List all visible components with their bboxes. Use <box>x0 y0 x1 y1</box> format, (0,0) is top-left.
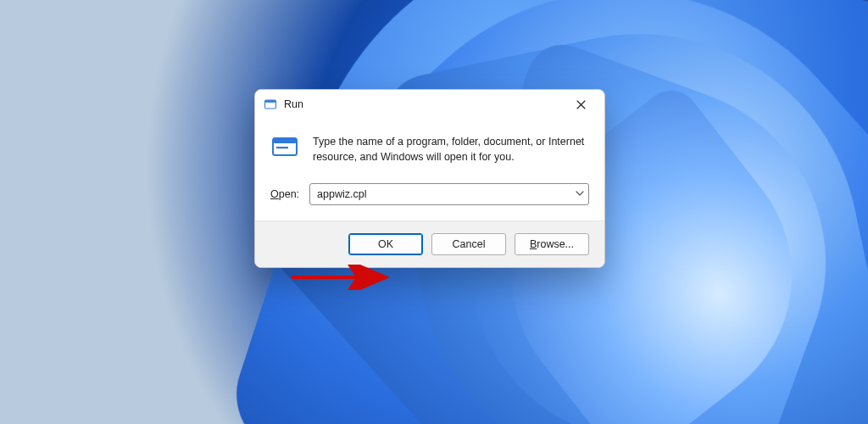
svg-rect-4 <box>276 147 288 148</box>
prompt-text: Type the name of a program, folder, docu… <box>313 132 589 165</box>
svg-rect-1 <box>265 100 276 103</box>
run-dialog: Run Type the name of a program, folder, … <box>254 89 605 268</box>
open-combobox[interactable] <box>309 183 589 205</box>
dialog-title: Run <box>284 98 303 110</box>
run-icon <box>270 132 299 161</box>
dialog-body: Type the name of a program, folder, docu… <box>255 119 604 220</box>
close-button[interactable] <box>562 92 599 117</box>
open-input[interactable] <box>309 183 589 205</box>
run-titlebar-icon <box>264 98 277 111</box>
close-icon <box>576 100 586 109</box>
open-label: Open: <box>270 188 299 200</box>
button-bar: OK Cancel Browse... <box>255 220 604 267</box>
cancel-button[interactable]: Cancel <box>431 233 506 255</box>
browse-button[interactable]: Browse... <box>515 233 589 255</box>
ok-button[interactable]: OK <box>348 233 423 255</box>
titlebar[interactable]: Run <box>255 90 604 119</box>
svg-rect-3 <box>273 138 297 143</box>
